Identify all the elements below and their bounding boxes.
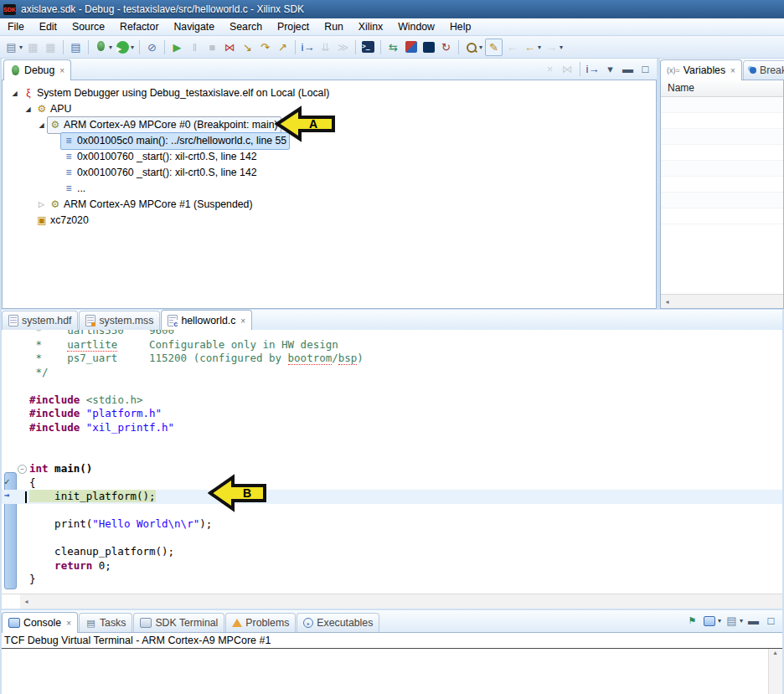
display-console-icon[interactable] — [702, 613, 718, 629]
code-editor[interactable]: * uartns550 9600 * uartlite Configurable… — [2, 330, 782, 594]
dropdown-arrow-icon[interactable]: ▾ — [19, 44, 23, 51]
breakpoint-installed-icon[interactable]: ✓ — [4, 476, 10, 487]
tree-item[interactable]: ▣xc7z020 — [34, 212, 92, 229]
menu-search[interactable]: Search — [222, 18, 270, 35]
tree-row[interactable]: ≡0x00100760 _start(): xil-crt0.S, line 1… — [3, 149, 656, 165]
tab-debug[interactable]: Debug × — [3, 59, 71, 80]
forward-icon[interactable]: → — [544, 39, 560, 55]
scroll-up-icon[interactable]: ▴ — [769, 649, 781, 656]
remove-terminated-icon[interactable]: × — [542, 61, 558, 77]
view-menu-icon[interactable]: ▾ — [602, 61, 618, 77]
tab-problems[interactable]: Problems — [225, 613, 296, 632]
new-wizard-icon[interactable]: ▤ — [3, 39, 19, 55]
tab-executables[interactable]: ▸Executables — [297, 613, 379, 632]
resume-icon[interactable]: ▶ — [169, 39, 185, 55]
editor-hscrollbar[interactable]: ◂ — [2, 594, 782, 609]
last-edit-location-icon[interactable]: ✎ — [485, 39, 503, 56]
tree-expander-icon[interactable]: ▷ — [36, 197, 47, 213]
debug-icon[interactable] — [93, 39, 109, 55]
instruction-stepping-icon[interactable]: i→ — [585, 61, 601, 77]
tab-system-mss[interactable]: system.mss — [79, 311, 160, 330]
dropdown-arrow-icon[interactable]: ▾ — [718, 617, 721, 625]
scroll-left-icon[interactable]: ◂ — [661, 298, 673, 306]
close-icon[interactable]: × — [240, 316, 245, 326]
step-into-icon[interactable]: ↘ — [240, 39, 255, 55]
menu-run[interactable]: Run — [317, 18, 351, 35]
pin-console-icon[interactable]: ⚑ — [684, 613, 700, 629]
drop-to-frame-icon[interactable]: ⇊ — [317, 39, 333, 55]
tab-console[interactable]: Console× — [2, 612, 78, 633]
variables-name-column-header[interactable]: Name — [661, 80, 783, 97]
dropdown-arrow-icon[interactable]: ▾ — [131, 44, 134, 51]
menu-file[interactable]: File — [0, 18, 32, 35]
skip-breakpoints-icon[interactable]: ⊘ — [144, 39, 160, 55]
step-over-icon[interactable]: ↷ — [257, 39, 273, 55]
tree-row[interactable]: ◢ξSystem Debugger using Debug_testaxisla… — [3, 85, 656, 101]
menu-source[interactable]: Source — [64, 18, 112, 35]
command-prompt-icon[interactable]: >_ — [360, 39, 376, 55]
tree-row[interactable]: ▷⚙ARM Cortex-A9 MPCore #1 (Suspended) — [3, 197, 656, 213]
step-filters-icon[interactable]: ≫ — [335, 39, 351, 55]
build-log-icon[interactable]: ▤ — [68, 39, 84, 55]
menu-help[interactable]: Help — [442, 18, 478, 35]
scroll-left-icon[interactable]: ◂ — [20, 598, 33, 605]
save-icon[interactable]: ▦ — [25, 39, 41, 55]
dropdown-arrow-icon[interactable]: ▾ — [740, 617, 743, 625]
disconnect-icon[interactable]: ⋈ — [222, 39, 238, 55]
maximize-icon[interactable]: □ — [763, 613, 779, 629]
tab-sdk-terminal[interactable]: SDK Terminal — [133, 613, 224, 632]
run-icon[interactable]: ▶ — [115, 39, 131, 55]
close-icon[interactable]: × — [730, 66, 735, 75]
tree-item[interactable]: ≡0x001005c0 main(): ../src/helloworld.c,… — [60, 132, 290, 150]
close-icon[interactable]: × — [59, 66, 64, 75]
console-output[interactable]: ▴ — [2, 649, 782, 694]
screenshot-icon[interactable] — [420, 39, 436, 55]
tree-item[interactable]: ⚙ARM Cortex-A9 MPCore #1 (Suspended) — [47, 196, 256, 213]
tree-row[interactable]: ◢⚙APU — [3, 101, 656, 117]
tab-tasks[interactable]: ▤Tasks — [79, 613, 132, 632]
tab-helloworld-c[interactable]: helloworld.c× — [161, 310, 252, 331]
tree-row[interactable]: ◢⚙ARM Cortex-A9 MPCore #0 (Breakpoint: m… — [3, 117, 656, 133]
tree-item[interactable]: ≡... — [60, 180, 89, 198]
tree-item[interactable]: ⚙APU — [34, 100, 75, 118]
tree-expander-icon[interactable]: ◢ — [9, 85, 20, 101]
menu-refactor[interactable]: Refactor — [112, 18, 166, 35]
tree-expander-icon[interactable]: ◢ — [23, 101, 34, 117]
tree-row[interactable]: ≡... — [3, 181, 656, 197]
xilinx-icon[interactable] — [403, 39, 419, 55]
menu-edit[interactable]: Edit — [32, 18, 64, 35]
tree-item[interactable]: ≡0x00100760 _start(): xil-crt0.S, line 1… — [60, 164, 260, 182]
maximize-icon[interactable]: □ — [637, 61, 653, 77]
open-console-icon[interactable]: ▤ — [724, 613, 740, 629]
minimize-icon[interactable]: ▬ — [745, 613, 761, 629]
tab-system-hdf[interactable]: system.hdf — [2, 311, 78, 330]
tree-row[interactable]: ≡0x001005c0 main(): ../src/helloworld.c,… — [3, 133, 656, 149]
tree-item[interactable]: ⚙ARM Cortex-A9 MPCore #0 (Breakpoint: ma… — [47, 116, 281, 134]
variables-hscrollbar[interactable]: ◂ — [661, 294, 783, 308]
suspend-icon[interactable]: ‖ — [187, 39, 203, 55]
tree-item[interactable]: ξSystem Debugger using Debug_testaxislav… — [20, 85, 333, 102]
tree-row[interactable]: ▣xc7z020 — [3, 213, 656, 229]
dropdown-arrow-icon[interactable]: ▾ — [560, 44, 563, 51]
terminate-icon[interactable]: ■ — [204, 39, 220, 55]
minimize-icon[interactable]: ▬ — [620, 61, 636, 77]
c-build-icon[interactable]: ↻ — [438, 39, 454, 55]
back-disabled-icon[interactable]: ← — [504, 39, 520, 55]
menu-window[interactable]: Window — [390, 18, 442, 35]
search-icon[interactable] — [463, 39, 479, 55]
disconnect-icon[interactable]: ⋈ — [560, 61, 575, 77]
dropdown-arrow-icon[interactable]: ▾ — [538, 44, 541, 51]
menu-xilinx[interactable]: Xilinx — [351, 18, 390, 35]
tab-breakpo[interactable]: Breakpo — [743, 60, 784, 80]
team-sync-icon[interactable]: ⇆ — [385, 39, 401, 55]
tree-row[interactable]: ≡0x00100760 _start(): xil-crt0.S, line 1… — [3, 165, 656, 181]
fold-collapse-icon[interactable]: − — [18, 465, 27, 474]
console-vscrollbar[interactable]: ▴ — [768, 649, 782, 694]
menu-project[interactable]: Project — [270, 18, 317, 35]
dropdown-arrow-icon[interactable]: ▾ — [109, 44, 112, 51]
close-icon[interactable]: × — [66, 619, 71, 628]
tab-variables[interactable]: (x)=Variables× — [660, 59, 742, 80]
instruction-stepping-icon[interactable]: i→ — [300, 39, 316, 55]
tree-item[interactable]: ≡0x00100760 _start(): xil-crt0.S, line 1… — [60, 148, 260, 166]
dropdown-arrow-icon[interactable]: ▾ — [479, 44, 482, 51]
